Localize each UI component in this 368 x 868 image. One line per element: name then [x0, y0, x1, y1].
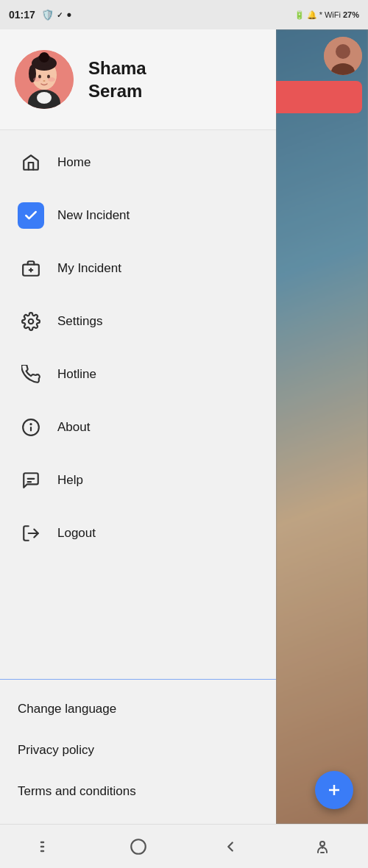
about-label: About — [57, 420, 90, 435]
status-bar: 01:17 🛡️ ✓ • 🔋 🔔 * WiFi 27% — [0, 0, 368, 29]
home-icon — [18, 149, 44, 176]
settings-label: Settings — [57, 314, 102, 329]
help-label: Help — [57, 473, 83, 488]
nav-home-button[interactable] — [116, 832, 160, 861]
profile-first-name: Shama — [88, 58, 146, 78]
svg-point-1 — [336, 44, 350, 59]
sidebar-item-settings[interactable]: Settings — [0, 295, 276, 348]
home-label: Home — [57, 155, 91, 170]
logout-icon — [18, 520, 44, 547]
footer-item-privacy-policy[interactable]: Privacy policy — [0, 730, 276, 771]
profile-name: Shama Seram — [88, 57, 146, 102]
nav-list: Home New Incident My Incident — [0, 130, 276, 676]
about-icon — [18, 414, 44, 441]
fab-button[interactable] — [315, 771, 353, 809]
sidebar-item-about[interactable]: About — [0, 401, 276, 454]
sidebar-item-logout[interactable]: Logout — [0, 507, 276, 560]
nav-back-button[interactable] — [208, 832, 252, 861]
new-incident-icon — [18, 202, 44, 229]
nav-menu-button[interactable] — [24, 832, 68, 861]
footer-item-change-language[interactable]: Change language — [0, 689, 276, 730]
sidebar-item-hotline[interactable]: Hotline — [0, 348, 276, 401]
svg-rect-31 — [131, 839, 146, 854]
sidebar-item-home[interactable]: Home — [0, 136, 276, 189]
sidebar-item-help[interactable]: Help — [0, 454, 276, 507]
svg-point-16 — [33, 77, 40, 82]
profile-last-name: Seram — [88, 81, 142, 101]
battery-display: 27% — [343, 10, 359, 19]
top-right-avatar — [324, 37, 362, 75]
settings-icon — [18, 308, 44, 335]
drawer-divider — [0, 679, 276, 680]
svg-point-11 — [39, 52, 49, 63]
logout-label: Logout — [57, 526, 96, 541]
time-display: 01:17 — [9, 9, 35, 21]
svg-point-7 — [37, 92, 52, 104]
hotline-icon — [18, 361, 44, 388]
help-icon — [18, 467, 44, 494]
footer-item-terms-conditions[interactable]: Terms and conditions — [0, 771, 276, 812]
svg-point-21 — [29, 319, 34, 324]
navigation-drawer: Shama Seram Home New Incident — [0, 29, 276, 824]
background-right — [276, 29, 368, 824]
profile-section[interactable]: Shama Seram — [0, 29, 276, 130]
footer-items: Change language Privacy policy Terms and… — [0, 683, 276, 824]
nav-person-button[interactable] — [300, 832, 344, 861]
svg-point-15 — [43, 80, 46, 82]
background-blur — [276, 29, 368, 824]
sidebar-item-new-incident[interactable]: New Incident — [0, 189, 276, 242]
avatar — [15, 50, 74, 109]
bottom-nav-bar — [0, 824, 368, 868]
my-incident-label: My Incident — [57, 261, 121, 276]
sidebar-item-my-incident[interactable]: My Incident — [0, 242, 276, 295]
svg-point-17 — [48, 77, 55, 82]
hotline-label: Hotline — [57, 367, 96, 382]
status-time: 01:17 🛡️ ✓ • — [9, 7, 71, 23]
my-incident-icon — [18, 255, 44, 282]
status-icons: 🔋 🔔 * WiFi 27% — [294, 10, 359, 20]
new-incident-label: New Incident — [57, 208, 130, 223]
